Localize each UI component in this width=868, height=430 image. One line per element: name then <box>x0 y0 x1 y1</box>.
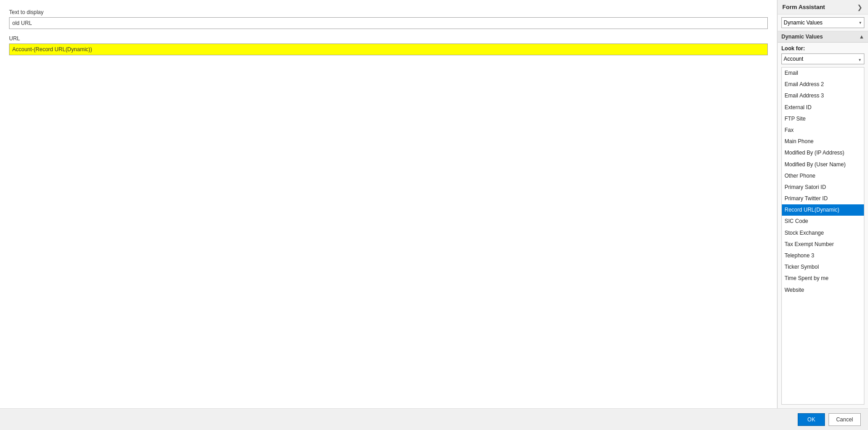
field-list-item[interactable]: FTP Site <box>782 113 864 125</box>
url-label: URL <box>9 35 768 42</box>
field-list-item[interactable]: Other Phone <box>782 170 864 182</box>
field-list-item[interactable]: Main Phone <box>782 136 864 147</box>
look-for-label: Look for: <box>778 43 868 53</box>
url-input[interactable] <box>9 43 768 55</box>
field-list-item[interactable]: External ID <box>782 102 864 113</box>
field-list-item[interactable]: Stock Exchange <box>782 227 864 239</box>
bottom-bar: OK Cancel <box>0 408 868 430</box>
field-list-item[interactable]: Email Address 2 <box>782 79 864 90</box>
panel-dropdown-row: Dynamic Values <box>778 14 868 31</box>
dv-collapse-button[interactable]: ▲ <box>859 34 864 40</box>
form-assistant-panel: Form Assistant ❯ Dynamic Values Dynamic … <box>777 0 868 408</box>
field-list-item[interactable]: Modified By (User Name) <box>782 159 864 170</box>
dynamic-values-select-wrapper: Dynamic Values <box>781 17 864 28</box>
url-field-group: URL <box>9 35 768 55</box>
field-list-item[interactable]: Ticker Symbol <box>782 261 864 273</box>
dynamic-values-select[interactable]: Dynamic Values <box>781 17 864 28</box>
field-list-item[interactable]: Record URL(Dynamic) <box>782 204 864 216</box>
ok-button[interactable]: OK <box>798 413 824 426</box>
panel-header: Form Assistant ❯ <box>778 0 868 14</box>
panel-collapse-button[interactable]: ❯ <box>856 4 863 10</box>
field-list-item[interactable]: Fax <box>782 125 864 136</box>
form-area: Text to display URL <box>0 0 777 408</box>
field-list-item[interactable]: Telephone 3 <box>782 250 864 261</box>
field-list-container[interactable]: EmailEmail Address 2Email Address 3Exter… <box>781 67 864 405</box>
panel-title: Form Assistant <box>782 4 825 10</box>
dv-section-title: Dynamic Values <box>781 34 823 40</box>
field-list-item[interactable]: Email <box>782 68 864 79</box>
field-list-item[interactable]: Primary Satori ID <box>782 182 864 193</box>
field-list-item[interactable]: Modified By (IP Address) <box>782 147 864 159</box>
look-for-select[interactable]: Account Contact User Lead <box>781 53 864 64</box>
dv-header: Dynamic Values ▲ <box>778 31 868 43</box>
look-for-select-wrapper: Account Contact User Lead <box>778 53 868 67</box>
field-list-item[interactable]: Tax Exempt Number <box>782 239 864 250</box>
field-list-item[interactable]: Email Address 3 <box>782 90 864 101</box>
field-list-item[interactable]: Primary Twitter ID <box>782 193 864 204</box>
field-list-item[interactable]: Time Spent by me <box>782 273 864 284</box>
text-to-display-label: Text to display <box>9 9 768 15</box>
text-to-display-group: Text to display <box>9 9 768 29</box>
field-list-item[interactable]: Website <box>782 285 864 296</box>
dynamic-values-section: Dynamic Values ▲ Look for: Account Conta… <box>778 31 868 408</box>
field-list-item[interactable]: SIC Code <box>782 216 864 227</box>
cancel-button[interactable]: Cancel <box>829 413 861 426</box>
text-to-display-input[interactable] <box>9 17 768 29</box>
